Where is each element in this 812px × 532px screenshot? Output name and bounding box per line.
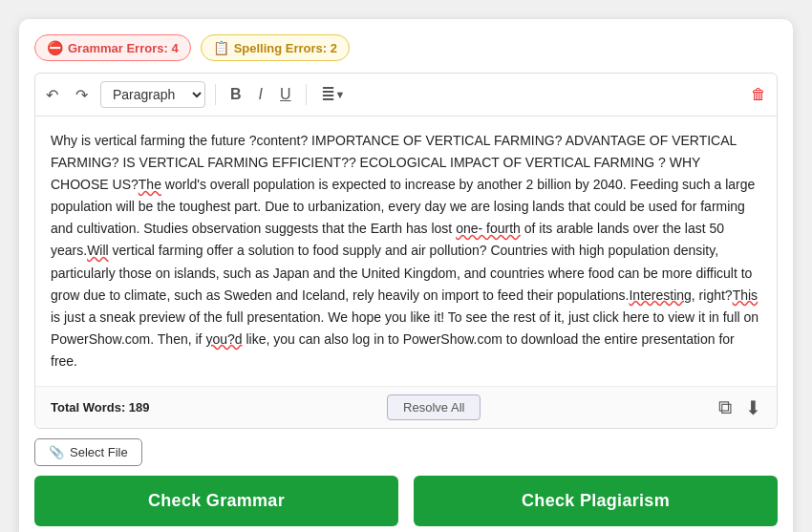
- toolbar-divider-2: [306, 84, 307, 105]
- spelling-error-icon: 📋: [213, 40, 229, 55]
- trash-icon: 🗑: [751, 86, 766, 103]
- error-word-will: Will: [87, 243, 109, 258]
- error-word-youd: you?d: [205, 331, 242, 347]
- trash-button[interactable]: 🗑: [746, 83, 771, 106]
- check-plagiarism-button[interactable]: Check Plagiarism: [414, 476, 778, 526]
- paragraph-select[interactable]: Paragraph Heading 1 Heading 2 Heading 3: [100, 81, 205, 108]
- select-file-button[interactable]: 📎 Select File: [34, 438, 142, 466]
- underline-button[interactable]: U: [275, 83, 296, 106]
- redo-icon: ↷: [75, 86, 88, 104]
- resolve-all-button[interactable]: Resolve All: [387, 394, 481, 420]
- paperclip-icon: 📎: [49, 445, 64, 459]
- align-icon: ≣: [321, 84, 335, 105]
- download-icon[interactable]: ⬇: [745, 396, 761, 419]
- spelling-errors-label: Spelling Errors: 2: [234, 41, 337, 55]
- toolbar-divider-1: [215, 84, 216, 105]
- grammar-errors-label: Grammar Errors: 4: [68, 41, 179, 55]
- bold-button[interactable]: B: [225, 83, 246, 106]
- grammar-error-icon: ⛔: [47, 40, 63, 55]
- error-word-this: This: [733, 287, 758, 303]
- word-count-label: Total Words: 189: [51, 400, 150, 415]
- editor-text-area[interactable]: Why is vertical farming the future ?cont…: [35, 117, 777, 386]
- italic-button[interactable]: I: [254, 83, 267, 106]
- select-file-label: Select File: [70, 445, 128, 459]
- editor-wrapper: ↶ ↷ Paragraph Heading 1 Heading 2 Headin…: [34, 73, 778, 429]
- check-grammar-button[interactable]: Check Grammar: [34, 476, 398, 526]
- error-word-interesting: Interesting: [629, 287, 691, 303]
- redo-button[interactable]: ↷: [71, 83, 93, 107]
- align-chevron-icon: ▼: [335, 89, 346, 100]
- action-buttons-row: Check Grammar Check Plagiarism: [34, 476, 778, 526]
- select-file-row: 📎 Select File: [34, 438, 778, 466]
- toolbar: ↶ ↷ Paragraph Heading 1 Heading 2 Headin…: [35, 74, 777, 117]
- editor-footer-icons: ⧉ ⬇: [718, 396, 761, 419]
- grammar-errors-badge[interactable]: ⛔ Grammar Errors: 4: [34, 34, 191, 61]
- spelling-errors-badge[interactable]: 📋 Spelling Errors: 2: [201, 34, 350, 61]
- copy-icon[interactable]: ⧉: [718, 396, 732, 418]
- align-button[interactable]: ≣ ▼: [316, 81, 351, 108]
- undo-icon: ↶: [46, 86, 58, 104]
- error-word-the: The: [139, 177, 161, 192]
- error-phrase-one-fourth: one- fourth: [456, 221, 521, 236]
- error-badges-row: ⛔ Grammar Errors: 4 📋 Spelling Errors: 2: [34, 34, 778, 61]
- undo-button[interactable]: ↶: [41, 83, 63, 107]
- main-container: ⛔ Grammar Errors: 4 📋 Spelling Errors: 2…: [19, 19, 793, 532]
- editor-footer: Total Words: 189 Resolve All ⧉ ⬇: [35, 386, 777, 428]
